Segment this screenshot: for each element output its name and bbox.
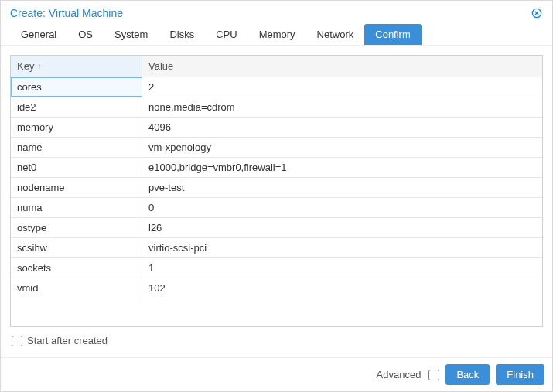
cell-key: scsihw: [11, 238, 142, 257]
cell-value: 4096: [142, 118, 542, 137]
start-after-created-checkbox[interactable]: [12, 336, 22, 346]
cell-value: l26: [142, 218, 542, 237]
table-row[interactable]: vmid 102: [11, 278, 542, 298]
cell-value: 2: [142, 77, 542, 97]
table-row[interactable]: ide2 none,media=cdrom: [11, 97, 542, 117]
table-row[interactable]: name vm-xpenology: [11, 137, 542, 157]
back-button[interactable]: Back: [445, 364, 490, 385]
cell-key: ide2: [11, 97, 142, 117]
start-after-created-option: Start after created: [10, 327, 543, 348]
grid-body: cores 2 ide2 none,media=cdrom memory 409…: [11, 77, 542, 326]
advanced-checkbox[interactable]: [428, 370, 439, 380]
cell-value: 1: [142, 258, 542, 278]
table-row[interactable]: scsihw virtio-scsi-pci: [11, 237, 542, 257]
tab-general[interactable]: General: [10, 24, 67, 45]
column-header-value[interactable]: Value: [142, 56, 542, 77]
cell-key: memory: [11, 118, 142, 137]
tab-confirm[interactable]: Confirm: [364, 24, 422, 45]
table-row[interactable]: ostype l26: [11, 217, 542, 237]
tab-disks[interactable]: Disks: [159, 24, 205, 45]
cell-key: vmid: [11, 278, 142, 298]
wizard-tabs: General OS System Disks CPU Memory Netwo…: [1, 24, 552, 46]
dialog-footer: Advanced Back Finish: [1, 357, 552, 391]
cell-value: 102: [142, 278, 542, 298]
finish-button[interactable]: Finish: [496, 364, 544, 385]
table-row[interactable]: nodename pve-test: [11, 177, 542, 197]
cell-key: nodename: [11, 178, 142, 197]
cell-key: name: [11, 138, 142, 157]
dialog-title: Create: Virtual Machine: [10, 7, 123, 19]
grid-header: Key ↑ Value: [11, 56, 542, 77]
cell-value: e1000,bridge=vmbr0,firewall=1: [142, 158, 542, 177]
column-header-value-label: Value: [148, 60, 173, 72]
cell-key: sockets: [11, 258, 142, 278]
content-area: Key ↑ Value cores 2 ide2 none,media=cdro…: [1, 46, 552, 357]
cell-key: net0: [11, 158, 142, 177]
cell-key: ostype: [11, 218, 142, 237]
cell-key: numa: [11, 198, 142, 217]
tab-cpu[interactable]: CPU: [205, 24, 247, 45]
titlebar: Create: Virtual Machine: [1, 1, 552, 24]
tab-system[interactable]: System: [104, 24, 159, 45]
column-header-key[interactable]: Key ↑: [11, 56, 142, 77]
cell-value: pve-test: [142, 178, 542, 197]
dialog-create-vm: Create: Virtual Machine General OS Syste…: [0, 0, 553, 392]
advanced-label: Advanced: [377, 369, 422, 380]
cell-value: none,media=cdrom: [142, 97, 542, 117]
table-row[interactable]: sockets 1: [11, 257, 542, 278]
summary-grid: Key ↑ Value cores 2 ide2 none,media=cdro…: [10, 55, 543, 327]
table-row[interactable]: memory 4096: [11, 117, 542, 137]
sort-asc-icon: ↑: [37, 62, 41, 70]
tab-os[interactable]: OS: [67, 24, 104, 45]
cell-value: 0: [142, 198, 542, 217]
table-row[interactable]: cores 2: [11, 77, 542, 97]
tab-memory[interactable]: Memory: [248, 24, 306, 45]
table-row[interactable]: net0 e1000,bridge=vmbr0,firewall=1: [11, 157, 542, 177]
cell-value: vm-xpenology: [142, 138, 542, 157]
cell-value: virtio-scsi-pci: [142, 238, 542, 257]
close-icon[interactable]: [531, 7, 543, 19]
tab-network[interactable]: Network: [306, 24, 365, 45]
cell-key: cores: [11, 77, 142, 97]
column-header-key-label: Key: [17, 60, 34, 72]
table-row[interactable]: numa 0: [11, 197, 542, 217]
start-after-created-label: Start after created: [27, 335, 108, 346]
